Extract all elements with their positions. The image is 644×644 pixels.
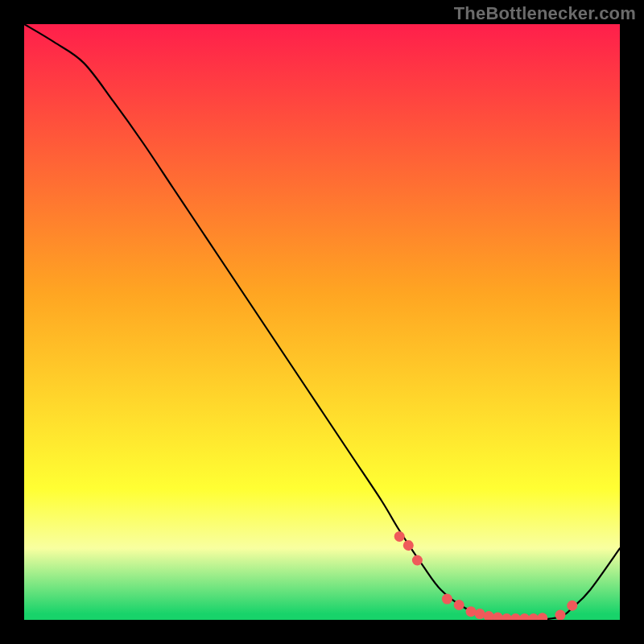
highlight-dot — [412, 555, 423, 566]
gradient-background — [24, 24, 620, 620]
highlight-dot — [555, 610, 566, 620]
plot-area — [24, 24, 620, 620]
highlight-dot — [466, 606, 477, 617]
highlight-dot — [394, 531, 405, 542]
chart-svg — [24, 24, 620, 620]
highlight-dot — [442, 594, 452, 605]
chart-frame: TheBottlenecker.com — [0, 0, 644, 644]
highlight-dot — [403, 540, 414, 551]
watermark-text: TheBottlenecker.com — [454, 3, 636, 24]
highlight-dot — [475, 609, 485, 619]
highlight-dot — [454, 600, 464, 610]
highlight-dot — [567, 601, 577, 611]
